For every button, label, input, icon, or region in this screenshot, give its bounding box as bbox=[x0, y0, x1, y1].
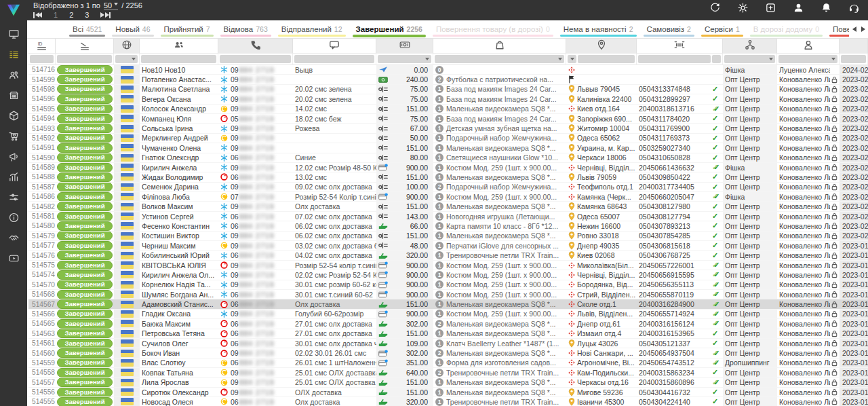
filter-id-input[interactable] bbox=[30, 55, 54, 63]
order-row[interactable]: 514595 Завершений Колосок Александр 0988… bbox=[28, 105, 868, 114]
col-header-tracking[interactable] bbox=[637, 39, 723, 54]
tab-5[interactable]: Відправлений12 bbox=[275, 20, 349, 39]
order-row[interactable]: 514580 Завершений Фесенко Константин 068… bbox=[28, 221, 868, 231]
order-row[interactable]: 514593 Завершений Сольська Ірина 09884 2… bbox=[28, 124, 868, 133]
col-header-date[interactable] bbox=[840, 39, 868, 54]
tabs-scroll-left-icon[interactable] bbox=[852, 26, 856, 32]
sidebar-item-orders[interactable] bbox=[0, 45, 27, 66]
filter-tracking-input[interactable] bbox=[638, 55, 711, 63]
order-row[interactable]: 514587 Завершений Семенюк Дарина 09884 2… bbox=[28, 183, 868, 192]
order-row[interactable]: 514563 Завершений Петровська Тетяна 0688… bbox=[28, 329, 868, 339]
order-row[interactable]: 514592 Завершений Мерклингер Андрей 0988… bbox=[28, 134, 868, 143]
filter-phone-input[interactable] bbox=[220, 55, 291, 63]
order-row[interactable]: 514577 Завершений Черниш Максим 09884 27… bbox=[28, 241, 868, 251]
order-row[interactable]: 514558 Завершений Ковпак Татьяна 09884 2… bbox=[28, 368, 868, 377]
order-row[interactable]: 514555 Завершений Новосад Олеся 06884 27… bbox=[28, 397, 868, 406]
page-button-3[interactable]: 3 bbox=[85, 11, 89, 19]
tab-4[interactable]: Відмова763 bbox=[217, 20, 275, 39]
sidebar-item-tutorials[interactable] bbox=[0, 249, 27, 270]
add-order-button[interactable] bbox=[764, 3, 776, 15]
order-row[interactable]: 514560 Завершений Бокоч Иван 09884 2719 … bbox=[28, 348, 868, 358]
order-row[interactable]: 514574 Завершений Кирилич Анжела Ол... 0… bbox=[28, 270, 868, 280]
tab-9[interactable]: Самовивіз2 bbox=[640, 20, 698, 39]
order-row[interactable]: 514598 Завершений Малютина Светлана 0988… bbox=[28, 85, 868, 94]
tab-7[interactable]: Повернення товару (в дорозі)0 bbox=[429, 20, 557, 39]
col-header-client[interactable] bbox=[140, 39, 218, 54]
filter-manager-select[interactable] bbox=[778, 55, 837, 63]
col-header-country[interactable] bbox=[114, 39, 140, 54]
order-row[interactable]: 514557 Завершений Лила Ярослав 09884 271… bbox=[28, 378, 868, 388]
order-row[interactable]: 514559 Завершений Влас Слотюу 06884 2719… bbox=[28, 358, 868, 368]
page-button-1[interactable]: 1 bbox=[54, 11, 58, 19]
col-header-status[interactable] bbox=[56, 39, 114, 54]
col-header-id[interactable]: ID bbox=[28, 39, 56, 54]
order-row[interactable]: 514599 Завершений Потапенко Анастас... 0… bbox=[28, 75, 868, 84]
settings-button[interactable] bbox=[736, 3, 749, 15]
col-header-payment[interactable] bbox=[376, 39, 433, 54]
tab-11[interactable]: В дорозі додому0 bbox=[747, 20, 826, 39]
order-row[interactable]: 514576 Завершений Кобилинський Юрий 0688… bbox=[28, 251, 868, 260]
tab-6[interactable]: Завершений2256 bbox=[349, 20, 429, 39]
order-row[interactable]: 514596 Завершений Вегера Оксана 09884 27… bbox=[28, 94, 868, 104]
order-row[interactable]: 514716 Завершений Нов10 Нов10 09884 2719… bbox=[28, 65, 868, 75]
order-row[interactable]: 514582 Завершений Волков Максим 09884 27… bbox=[28, 202, 868, 211]
filter-country-select[interactable] bbox=[115, 55, 138, 63]
order-row[interactable]: 514570 Завершений Корнелюк Надія Та... 0… bbox=[28, 280, 868, 290]
order-row[interactable]: 514586 Завершений Філіпова Люба 07884 27… bbox=[28, 192, 868, 202]
sidebar-item-dashboard[interactable] bbox=[0, 25, 27, 45]
page-size-select[interactable]: 50 bbox=[104, 1, 118, 10]
filter-product-select[interactable] bbox=[435, 55, 564, 63]
sidebar-item-marketing[interactable] bbox=[0, 147, 27, 168]
filter-courier-select[interactable] bbox=[568, 55, 576, 63]
sidebar-item-info[interactable] bbox=[0, 208, 27, 229]
support-button[interactable] bbox=[848, 3, 860, 15]
order-row[interactable]: 514588 Завершений Жидак Володимир 06884 … bbox=[28, 172, 868, 182]
col-header-delivery[interactable] bbox=[566, 39, 637, 54]
refresh-button[interactable] bbox=[709, 3, 721, 15]
order-row[interactable]: 514575 Завершений КВІТОВСЬКА ЮЛІЯ 09884 … bbox=[28, 261, 868, 270]
col-header-phone[interactable] bbox=[218, 39, 293, 54]
order-row[interactable]: 514581 Завершений Устинов Сергей 06884 2… bbox=[28, 212, 868, 221]
order-row[interactable]: 514556 Завершений Сиротюк Олександр 0988… bbox=[28, 388, 868, 397]
order-row[interactable]: 514591 Завершений Чумаченко Олена 09884 … bbox=[28, 143, 868, 153]
last-page-button[interactable] bbox=[100, 12, 111, 18]
order-row[interactable]: 514565 Завершений Баюка Максим 06884 271… bbox=[28, 319, 868, 329]
first-page-button[interactable] bbox=[33, 12, 42, 18]
order-row[interactable]: 514589 Завершений Кирилич Анжела 09884 2… bbox=[28, 163, 868, 172]
tab-10[interactable]: Сервіси1 bbox=[698, 20, 747, 39]
filter-status-input[interactable] bbox=[57, 55, 112, 63]
order-row[interactable]: 514594 Завершений Компанец Юля 05884 271… bbox=[28, 114, 868, 124]
tab-1[interactable]: Всі4521 bbox=[66, 20, 108, 39]
filter-payment-select[interactable] bbox=[378, 55, 431, 63]
sidebar-item-clients[interactable] bbox=[0, 66, 27, 86]
order-row[interactable]: 514590 Завершений Гнатюк Олексндр 06884 … bbox=[28, 153, 868, 163]
sidebar-item-warehouse[interactable] bbox=[0, 86, 27, 107]
order-row[interactable]: 514567 Завершений Адамовский Станис... 0… bbox=[28, 299, 868, 309]
sidebar-item-purchases[interactable] bbox=[0, 127, 27, 147]
filter-comment-input[interactable] bbox=[294, 55, 374, 63]
order-row[interactable]: 514566 Завершений Гладик Оксана 09884 27… bbox=[28, 310, 868, 319]
filter-date-input[interactable] bbox=[841, 55, 866, 63]
tab-3[interactable]: Прийнятий7 bbox=[157, 20, 217, 39]
filter-location-input[interactable] bbox=[578, 55, 635, 63]
tab-8[interactable]: Нема в наявності2 bbox=[557, 20, 640, 39]
app-logo[interactable] bbox=[6, 3, 21, 20]
col-header-products[interactable] bbox=[433, 39, 566, 54]
notifications-button[interactable] bbox=[820, 3, 832, 15]
sidebar-item-settings[interactable] bbox=[0, 188, 27, 208]
order-row[interactable]: 514579 Завершений Костишин Виктор 09884 … bbox=[28, 232, 868, 241]
col-header-comment[interactable] bbox=[293, 39, 376, 54]
order-row[interactable]: 514561 Завершений Сучилов Олег 06884 271… bbox=[28, 339, 868, 348]
filter-check-input[interactable] bbox=[712, 55, 721, 63]
sidebar-item-reports[interactable] bbox=[0, 168, 27, 188]
tabs-scroll-right-icon[interactable] bbox=[861, 26, 865, 32]
page-button-2[interactable]: 2 bbox=[69, 11, 73, 19]
filter-client-input[interactable] bbox=[141, 55, 216, 63]
order-row[interactable]: 514568 Завершений Шумляс Богдана Ан... 0… bbox=[28, 290, 868, 299]
sidebar-item-partners[interactable] bbox=[0, 229, 27, 249]
profile-button[interactable] bbox=[792, 3, 804, 15]
filter-fulfillment-select[interactable] bbox=[724, 55, 775, 63]
sidebar-item-products[interactable] bbox=[0, 107, 27, 127]
col-header-manager[interactable] bbox=[777, 39, 840, 54]
tab-2[interactable]: Новый46 bbox=[108, 20, 157, 39]
